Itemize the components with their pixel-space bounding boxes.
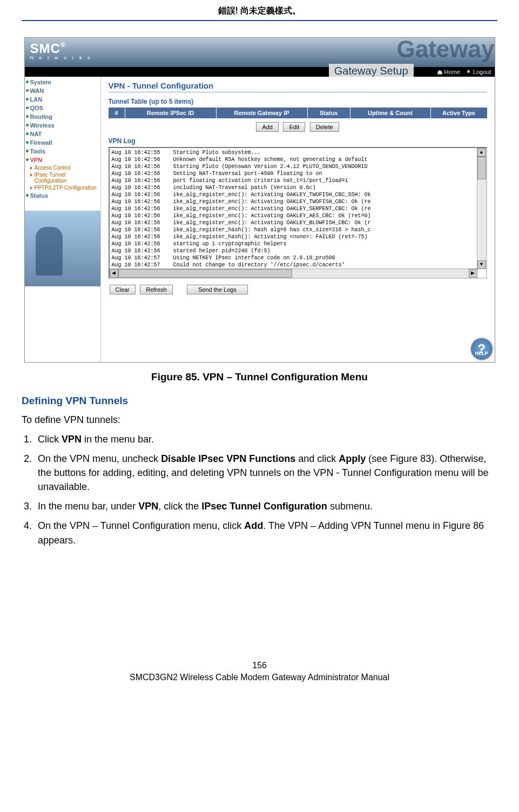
brand-logo-text: SMC — [30, 41, 60, 56]
sidebar-item-vpn[interactable]: VPN — [25, 156, 100, 164]
step1-pre: Click — [38, 434, 62, 445]
doc-steps: Click VPN in the menu bar. On the VPN me… — [22, 432, 497, 547]
brand-bar: SMC® N e t w o r k s Gateway — [25, 38, 495, 67]
step1-post: in the menu bar. — [82, 434, 154, 445]
app-screenshot: SMC® N e t w o r k s Gateway Gateway Set… — [24, 37, 495, 363]
scroll-down-icon[interactable]: ▼ — [477, 260, 486, 269]
step3-b2: IPsec Tunnel Configuration — [201, 501, 327, 512]
tunnel-table-section: Tunnel Table (up to 5 items) — [109, 98, 487, 105]
scroll-up-icon[interactable]: ▲ — [477, 148, 486, 157]
page-number: 156 — [0, 661, 519, 670]
sidebar-item-qos[interactable]: QOS — [25, 104, 100, 112]
doc-step-4: On the VPN – Tunnel Configuration menu, … — [35, 519, 497, 547]
sub-bar: Gateway Setup Home Logout — [25, 67, 495, 77]
doc-step-1: Click VPN in the menu bar. — [35, 432, 497, 446]
doc-intro: To define VPN tunnels: — [22, 414, 497, 426]
logout-icon — [466, 69, 471, 75]
sidebar-item-system[interactable]: System — [25, 78, 100, 86]
sidebar: System WAN LAN QOS Routing Wireless NAT … — [25, 77, 101, 362]
step3-mid: , click the — [158, 501, 201, 512]
add-button[interactable]: Add — [256, 122, 279, 132]
doc-step-2: On the VPN menu, uncheck Disable IPsec V… — [35, 452, 497, 494]
col-active-type: Active Type — [431, 108, 487, 118]
main-panel: VPN - Tunnel Configuration Tunnel Table … — [101, 77, 495, 362]
sidebar-item-nat[interactable]: NAT — [25, 130, 100, 138]
scroll-left-icon[interactable]: ◀ — [110, 269, 118, 278]
edit-button[interactable]: Edit — [283, 122, 305, 132]
home-label: Home — [444, 67, 460, 77]
sidebar-item-tools[interactable]: Tools — [25, 147, 100, 156]
step4-pre: On the VPN – Tunnel Configuration menu, … — [38, 520, 244, 531]
clear-button[interactable]: Clear — [110, 285, 136, 294]
sidebar-item-routing[interactable]: Routing — [25, 112, 100, 121]
logout-label: Logout — [473, 67, 491, 77]
sidebar-decor-image — [25, 211, 100, 286]
brand-logo-reg: ® — [60, 41, 66, 49]
step4-b1: Add — [244, 520, 263, 531]
col-remote-gateway-ip: Remote Gateway IP — [217, 108, 308, 118]
sidebar-item-firewall[interactable]: Firewall — [25, 138, 100, 147]
home-link[interactable]: Home — [437, 67, 460, 77]
sidebar-item-wan[interactable]: WAN — [25, 86, 100, 95]
col-num: # — [109, 108, 125, 118]
scrollbar-horizontal[interactable]: ◀ ▶ — [110, 269, 477, 278]
step3-b1: VPN — [138, 501, 158, 512]
step2-pre: On the VPN menu, uncheck — [38, 453, 161, 464]
sidebar-sub-access-control[interactable]: Access Control — [25, 164, 100, 171]
step2-b2: Apply — [339, 453, 366, 464]
panel-title: VPN - Tunnel Configuration — [109, 81, 487, 92]
step2-mid: and click — [295, 453, 339, 464]
vpn-log-box: Aug 10 16:42:55 Starting Pluto subsystem… — [109, 147, 487, 279]
sidebar-item-wireless[interactable]: Wireless — [25, 121, 100, 130]
vpn-log-section: VPN Log — [109, 137, 487, 145]
vpn-log-content: Aug 10 16:42:55 Starting Pluto subsystem… — [110, 148, 486, 271]
scroll-thumb-h[interactable] — [118, 269, 292, 278]
sidebar-item-lan[interactable]: LAN — [25, 95, 100, 104]
figure-caption: Figure 85. VPN – Tunnel Configuration Me… — [22, 371, 497, 383]
page-header-error: 錯誤! 尚未定義樣式。 — [22, 0, 497, 20]
footer-title: SMCD3GN2 Wireless Cable Modem Gateway Ad… — [130, 673, 389, 682]
col-status: Status — [308, 108, 351, 118]
col-remote-ipsec-id: Remote IPSec ID — [125, 108, 217, 118]
col-uptime-count: Uptime & Count — [351, 108, 431, 118]
scroll-thumb-v[interactable] — [477, 157, 486, 179]
brand-networks: N e t w o r k s — [30, 55, 92, 61]
send-logs-button[interactable]: Send the Logs — [187, 285, 248, 294]
delete-button[interactable]: Delete — [310, 122, 339, 132]
subbar-title: Gateway Setup — [329, 64, 414, 78]
page-footer: 156 SMCD3GN2 Wireless Cable Modem Gatewa… — [0, 661, 519, 682]
sidebar-sub-ipsec-tunnel[interactable]: IPsec Tunnel Configuration — [25, 171, 100, 184]
sidebar-sub-pptp-l2tp[interactable]: PPTP/L2TP Configuration — [25, 184, 100, 191]
brand-logo: SMC® — [30, 41, 66, 56]
tunnel-table-header: # Remote IPSec ID Remote Gateway IP Stat… — [109, 108, 487, 118]
header-rule — [22, 20, 497, 21]
step1-b1: VPN — [62, 434, 82, 445]
scrollbar-vertical[interactable]: ▲ ▼ — [477, 148, 486, 269]
home-icon — [437, 69, 443, 75]
logout-link[interactable]: Logout — [466, 67, 491, 77]
step3-post: submenu. — [327, 501, 373, 512]
scroll-right-icon[interactable]: ▶ — [469, 269, 477, 278]
help-badge[interactable]: HELP — [471, 338, 493, 360]
step3-pre: In the menu bar, under — [38, 501, 138, 512]
step2-b1: Disable IPsec VPN Functions — [161, 453, 295, 464]
doc-heading: Defining VPN Tunnels — [22, 395, 497, 407]
refresh-button[interactable]: Refresh — [140, 285, 173, 294]
brand-gateway-bg: Gateway — [397, 37, 495, 63]
sidebar-item-status[interactable]: Status — [25, 191, 100, 200]
doc-step-3: In the menu bar, under VPN, click the IP… — [35, 499, 497, 513]
